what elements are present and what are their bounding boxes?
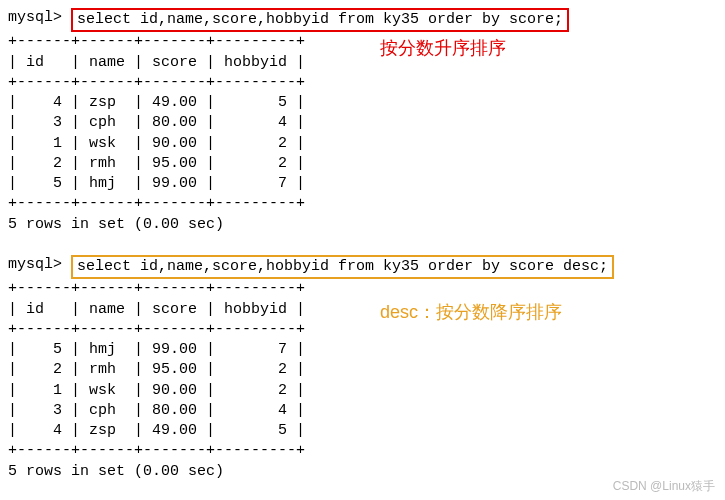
table-border: +------+------+-------+---------+ bbox=[8, 194, 717, 214]
table-row: | 5 | hmj | 99.00 | 7 | bbox=[8, 174, 717, 194]
blank-line bbox=[8, 235, 717, 255]
table-border: +------+------+-------+---------+ bbox=[8, 279, 717, 299]
table-header: | id | name | score | hobbyid | bbox=[8, 300, 717, 320]
table-row: | 1 | wsk | 90.00 | 2 | bbox=[8, 134, 717, 154]
table-row: | 4 | zsp | 49.00 | 5 | bbox=[8, 93, 717, 113]
watermark: CSDN @Linux猿手 bbox=[613, 478, 715, 494]
table-row: | 1 | wsk | 90.00 | 2 | bbox=[8, 381, 717, 401]
annotation-asc: 按分数升序排序 bbox=[380, 36, 506, 60]
table-row: | 2 | rmh | 95.00 | 2 | bbox=[8, 360, 717, 380]
table-row: | 5 | hmj | 99.00 | 7 | bbox=[8, 340, 717, 360]
table-row: | 3 | cph | 80.00 | 4 | bbox=[8, 401, 717, 421]
sql-query-2[interactable]: select id,name,score,hobbyid from ky35 o… bbox=[71, 255, 614, 279]
table-row: | 2 | rmh | 95.00 | 2 | bbox=[8, 154, 717, 174]
table-border: +------+------+-------+---------+ bbox=[8, 32, 717, 52]
table-row: | 4 | zsp | 49.00 | 5 | bbox=[8, 421, 717, 441]
sql-query-1[interactable]: select id,name,score,hobbyid from ky35 o… bbox=[71, 8, 569, 32]
prompt-line-2: mysql> select id,name,score,hobbyid from… bbox=[8, 255, 717, 279]
result-footer: 5 rows in set (0.00 sec) bbox=[8, 462, 717, 482]
annotation-desc: desc：按分数降序排序 bbox=[380, 300, 562, 324]
table-border: +------+------+-------+---------+ bbox=[8, 73, 717, 93]
prompt-line-1: mysql> select id,name,score,hobbyid from… bbox=[8, 8, 717, 32]
result-footer: 5 rows in set (0.00 sec) bbox=[8, 215, 717, 235]
table-row: | 3 | cph | 80.00 | 4 | bbox=[8, 113, 717, 133]
table-header: | id | name | score | hobbyid | bbox=[8, 53, 717, 73]
mysql-prompt: mysql> bbox=[8, 255, 71, 275]
table-border: +------+------+-------+---------+ bbox=[8, 320, 717, 340]
table-border: +------+------+-------+---------+ bbox=[8, 441, 717, 461]
blank-line bbox=[8, 482, 717, 500]
mysql-prompt: mysql> bbox=[8, 8, 71, 28]
